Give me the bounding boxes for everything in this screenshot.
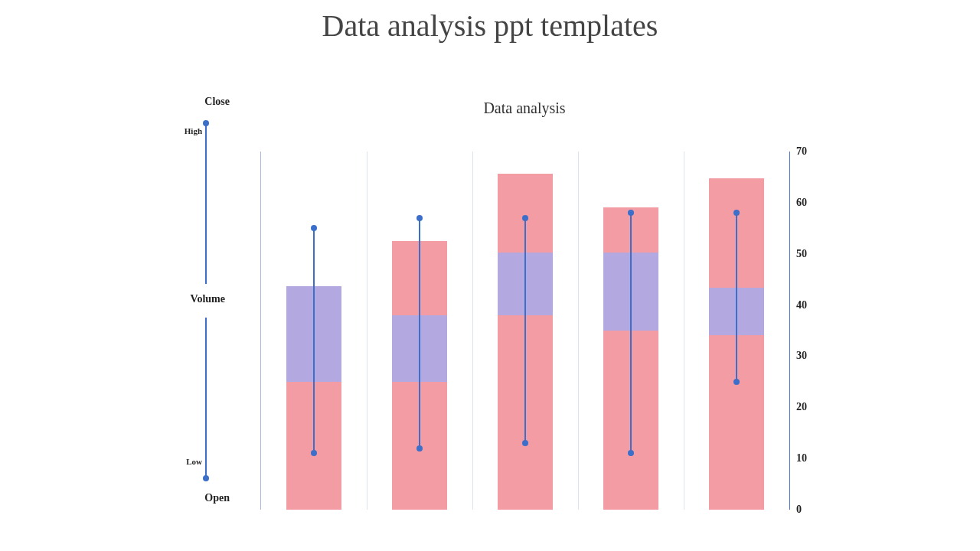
whisker-line bbox=[313, 228, 315, 453]
low-dot-icon bbox=[733, 379, 740, 385]
bar-group bbox=[603, 152, 658, 510]
bar-group bbox=[498, 152, 553, 510]
y-right-tick: 30 bbox=[796, 350, 807, 362]
legend-close: Close bbox=[204, 96, 230, 108]
low-dot-icon bbox=[416, 445, 423, 452]
whisker-line bbox=[419, 218, 420, 448]
gridline bbox=[472, 152, 473, 510]
legend-high: High bbox=[185, 126, 202, 135]
high-dot-icon bbox=[416, 215, 423, 221]
whisker-line bbox=[630, 213, 632, 453]
bar-group bbox=[709, 152, 764, 510]
chart-plot-area bbox=[260, 152, 790, 510]
legend-line-top bbox=[205, 123, 207, 284]
y-right-tick: 20 bbox=[796, 401, 807, 413]
whisker-line bbox=[524, 218, 526, 443]
legend-dot-low bbox=[203, 475, 209, 481]
page-title: Data analysis ppt templates bbox=[0, 8, 980, 44]
y-right-tick: 40 bbox=[796, 299, 807, 311]
gridline bbox=[578, 152, 579, 510]
y-right-tick: 60 bbox=[796, 197, 807, 209]
legend-low: Low bbox=[186, 457, 202, 466]
y-right-tick: 50 bbox=[796, 248, 807, 260]
legend-line-bottom bbox=[205, 318, 207, 478]
chart-title: Data analysis bbox=[260, 99, 789, 117]
bar-group bbox=[286, 152, 341, 510]
slide: Data analysis ppt templates Close High V… bbox=[0, 0, 980, 551]
whisker-line bbox=[736, 213, 737, 382]
bar-group bbox=[392, 152, 447, 510]
gridline bbox=[684, 152, 684, 510]
legend-open: Open bbox=[204, 492, 230, 504]
y-right-tick: 70 bbox=[796, 145, 807, 158]
legend-volume: Volume bbox=[191, 293, 225, 305]
y-right-tick: 0 bbox=[796, 504, 802, 516]
y-right-tick: 10 bbox=[796, 452, 807, 465]
gridline bbox=[367, 152, 368, 510]
high-dot-icon bbox=[522, 215, 528, 221]
high-dot-icon bbox=[311, 225, 317, 231]
